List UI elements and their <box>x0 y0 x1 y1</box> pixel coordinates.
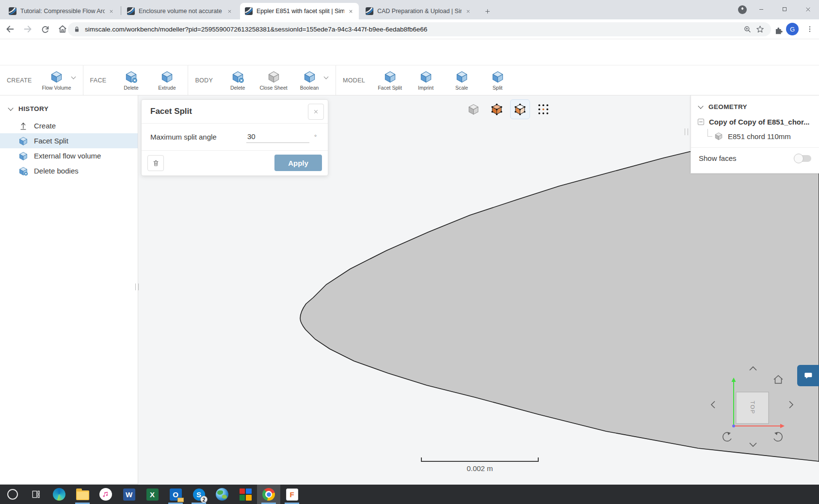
tool-split[interactable]: Split <box>480 68 515 93</box>
geometry-tree-root[interactable]: Copy of Copy of E851_chor... <box>691 114 819 129</box>
collapse-minus-icon[interactable] <box>698 119 704 125</box>
x-axis-arrowhead <box>780 424 785 428</box>
toolbar-section-model: MODEL Facet Split Imprint Scale Split <box>336 65 518 95</box>
excel-button[interactable]: X <box>141 485 164 504</box>
browser-toolbar: simscale.com/workbench/modeller?pid=2595… <box>0 19 819 39</box>
split-cube-icon <box>491 70 504 83</box>
forward-button[interactable] <box>20 22 35 36</box>
chrome-button[interactable] <box>257 485 280 504</box>
history-item-create[interactable]: Create <box>0 118 138 133</box>
boolean-cube-icon <box>303 70 316 83</box>
reload-button[interactable] <box>38 22 52 36</box>
history-item-label: External flow volume <box>34 152 101 160</box>
tool-label: Imprint <box>418 85 434 91</box>
word-button[interactable]: W <box>117 485 141 504</box>
outlook-button[interactable]: O <box>164 485 187 504</box>
dialog-close-button[interactable] <box>308 104 324 120</box>
max-split-angle-input[interactable] <box>246 131 309 143</box>
tool-body-delete[interactable]: Delete <box>220 68 256 93</box>
rotate-right-chevron[interactable] <box>789 401 793 408</box>
tool-facet-split[interactable]: Facet Split <box>372 68 408 93</box>
windows-taskbar: W X O S 2 F <box>0 485 819 504</box>
render-mode-points-button[interactable] <box>533 99 553 119</box>
bookmark-star-icon[interactable] <box>754 23 766 36</box>
home-view-icon[interactable] <box>774 376 783 383</box>
right-panel-resize-handle[interactable] <box>685 128 688 135</box>
support-chat-button[interactable] <box>797 365 819 386</box>
tool-extrude[interactable]: Extrude <box>149 68 185 93</box>
view-navigation-widget: TOP <box>703 357 800 460</box>
imprint-icon <box>419 70 433 83</box>
left-panel-resize-handle[interactable] <box>135 284 139 290</box>
tool-imprint[interactable]: Imprint <box>408 68 444 93</box>
task-view-button[interactable] <box>24 485 48 504</box>
tool-boolean[interactable]: Boolean <box>291 68 327 93</box>
extensions-icon[interactable] <box>772 24 785 37</box>
maximize-icon <box>782 6 787 12</box>
section-label: MODEL <box>343 77 365 84</box>
close-icon <box>313 109 319 114</box>
tool-scale[interactable]: Scale <box>444 68 480 93</box>
geometry-panel-header[interactable]: GEOMETRY <box>691 95 819 114</box>
history-item-external-flow-volume[interactable]: External flow volume <box>0 148 138 163</box>
new-tab-button[interactable] <box>481 5 494 17</box>
window-minimize-button[interactable] <box>750 0 772 18</box>
cube-icon <box>18 136 28 146</box>
browser-update-icon[interactable] <box>738 5 747 14</box>
tool-face-delete[interactable]: Delete <box>113 68 149 93</box>
fusion-app-button[interactable]: F <box>280 485 304 504</box>
rotate-down-chevron[interactable] <box>750 443 756 446</box>
browser-menu-icon[interactable] <box>804 23 816 35</box>
history-item-label: Facet Split <box>34 137 68 145</box>
tab-title: Tutorial: Compressible Flow Arou <box>20 8 105 15</box>
history-panel-header[interactable]: HISTORY <box>0 95 138 118</box>
scale-bar: 0.002 m <box>421 457 539 472</box>
rotate-ccw-icon[interactable] <box>723 432 731 441</box>
render-mode-shaded-vertices-button[interactable] <box>487 99 507 119</box>
earth-app-button[interactable] <box>210 485 234 504</box>
simscale-favicon <box>9 7 16 15</box>
rotate-up-chevron[interactable] <box>750 367 756 370</box>
render-mode-shaded-button[interactable] <box>464 99 483 119</box>
history-item-facet-split[interactable]: Facet Split <box>0 133 138 148</box>
itunes-icon <box>99 488 112 501</box>
tool-label: Delete <box>230 85 245 91</box>
rotate-cw-icon[interactable] <box>774 432 782 441</box>
tab-close-icon[interactable] <box>225 7 234 16</box>
tab-close-icon[interactable] <box>107 7 115 16</box>
window-maximize-button[interactable] <box>773 0 796 18</box>
tab-close-icon[interactable] <box>346 7 355 16</box>
back-button[interactable] <box>3 22 17 36</box>
app-header: Eppler E851 with facet split Dashboard P… <box>0 39 819 65</box>
photos-app-button[interactable] <box>234 485 257 504</box>
browser-profile-avatar[interactable]: G <box>786 23 799 35</box>
delete-operation-button[interactable] <box>147 155 164 171</box>
edge-button[interactable] <box>48 485 71 504</box>
tool-flow-volume[interactable]: Flow Volume <box>39 68 75 93</box>
render-mode-selected-button[interactable] <box>510 99 530 119</box>
tab-title: Enclosure volume not accurate su <box>139 8 223 15</box>
tab-close-icon[interactable] <box>464 7 472 16</box>
address-bar[interactable]: simscale.com/workbench/modeller?pid=2595… <box>68 22 771 36</box>
skype-button[interactable]: S 2 <box>187 485 210 504</box>
geometry-panel: GEOMETRY Copy of Copy of E851_chor... E8… <box>691 95 819 173</box>
itunes-button[interactable] <box>94 485 117 504</box>
window-close-button[interactable] <box>797 0 819 18</box>
tab-title: CAD Preparation & Upload | Simu <box>377 8 462 15</box>
rotate-left-chevron[interactable] <box>711 401 715 408</box>
browser-tab-4[interactable]: CAD Preparation & Upload | Simu <box>361 3 476 19</box>
show-faces-toggle[interactable] <box>795 155 811 162</box>
delete-cube-icon <box>231 70 244 83</box>
geometry-tree-child[interactable]: E851 chord 110mm <box>691 129 819 143</box>
browser-tab-3-active[interactable]: Eppler E851 with facet split | SimS <box>240 3 359 19</box>
browser-tab-2[interactable]: Enclosure volume not accurate su <box>122 3 238 19</box>
globe-icon <box>216 488 228 501</box>
edge-icon <box>53 488 65 501</box>
cortana-button[interactable] <box>1 485 24 504</box>
file-explorer-button[interactable] <box>71 485 94 504</box>
browser-tab-1[interactable]: Tutorial: Compressible Flow Arou <box>4 3 119 19</box>
tool-close-sheet[interactable]: Close Sheet <box>256 68 291 93</box>
history-item-delete-bodies[interactable]: Delete bodies <box>0 163 138 178</box>
apply-button[interactable]: Apply <box>274 155 322 171</box>
zoom-page-icon[interactable] <box>741 23 754 36</box>
